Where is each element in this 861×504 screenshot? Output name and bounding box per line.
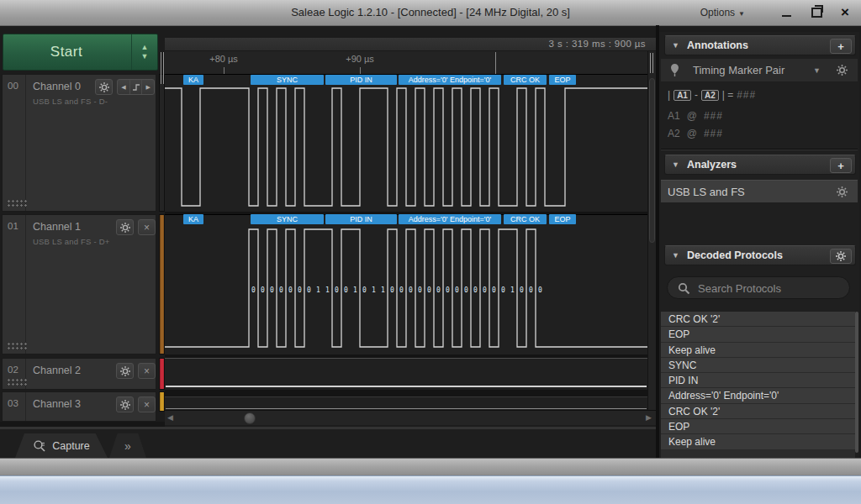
close-icon: × [841,0,849,25]
decoded-protocols-list[interactable]: CRC OK '2'EOPKeep aliveSYNCPID INAddress… [661,312,855,458]
channel-drag-handle[interactable] [7,342,27,350]
ruler-tick-label: +80 µs [209,54,238,64]
formula-text: | [668,89,670,101]
channel-2-panel: 02 Channel 2 × [2,358,156,390]
timing-marker-pair-row[interactable]: Timing Marker Pair ▼ [661,59,858,82]
analyzers-section-header[interactable]: ▼ Analyzers + [664,155,856,175]
marker-a2-button[interactable]: A2 [701,90,719,101]
add-analyzer-button[interactable]: + [830,158,852,173]
channel-0-panel: 00 Channel 0 USB LS and FS - D- ◀ ▶ [2,74,156,212]
close-button[interactable]: × [831,0,859,25]
taskbar: PL ▲ 09:57 [0,475,861,504]
protocol-search-box[interactable] [667,276,850,299]
annotations-section-header[interactable]: ▼ Annotations + [664,35,856,55]
bit-value: 0 [482,286,489,295]
channel-trigger-group[interactable]: ◀ ▶ [117,79,155,95]
start-capture-button[interactable]: Start ▲ ▼ [3,34,158,71]
tab-bar: Capture » [0,427,656,458]
title-bar[interactable]: Saleae Logic 1.2.10 - [Connected] - [24 … [0,0,861,26]
channel-settings-button[interactable] [95,79,113,95]
decoded-protocol-row[interactable]: SYNC [661,358,855,373]
protocol-bubbles-channel-1: KASYNCPID INAddress='0' Endpoint='0'CRC … [165,214,647,224]
waveform-channel-2-flat [166,386,647,387]
horizontal-scrollbar-thumb[interactable] [244,412,256,424]
desktop: Saleae Logic 1.2.10 - [Connected] - [24 … [0,0,861,504]
options-menu[interactable]: Options▼ [700,0,745,25]
plus-icon: + [837,160,844,171]
scroll-left-icon[interactable]: ◀ [167,413,173,422]
formula-text: - [695,89,698,101]
trigger-edge-icon [132,83,140,92]
bit-value: 0 [417,286,424,295]
marker-a1-button[interactable]: A1 [673,90,691,101]
bit-value: 0 [389,286,396,295]
bit-value: 0 [334,286,341,295]
gear-icon[interactable] [837,186,848,197]
decoded-protocol-row[interactable]: EOP [661,419,855,434]
channel-remove-button[interactable]: × [138,219,156,235]
lane-divider [165,390,647,396]
channel-2-color-strip [159,358,165,390]
collapse-icon: ▼ [672,41,679,50]
gear-icon [120,366,130,376]
waveform-channel-0 [165,84,647,210]
scroll-right-icon[interactable]: ▶ [646,413,652,422]
channel-drag-handle[interactable] [7,378,27,386]
decoded-protocols-section-header[interactable]: ▼ Decoded Protocols [664,245,856,265]
bit-value: 0 [436,286,442,295]
channel-name: Channel 1 [33,221,81,233]
arrow-right-icon: ▶ [145,84,150,91]
horizontal-scrollbar[interactable]: ◀ ▶ [165,410,656,425]
bit-value: 0 [528,286,535,295]
add-annotation-button[interactable]: + [830,39,852,54]
pane-splitter-handle[interactable] [159,52,165,84]
decoded-protocols-settings-button[interactable] [830,249,852,264]
decoded-protocol-row[interactable]: EOP [661,327,855,342]
trigger-prev-button[interactable]: ◀ [118,80,130,94]
vertical-scrollbar[interactable] [647,51,656,410]
list-scrollbar-thumb[interactable] [855,312,858,453]
restore-button[interactable] [802,0,831,25]
trigger-next-button[interactable]: ▶ [142,80,154,94]
analyzer-item-usb-ls-fs[interactable]: USB LS and FS [661,180,858,203]
ruler-tick [360,67,361,74]
chevron-down-icon: ▼ [738,10,745,18]
channel-settings-button[interactable] [116,219,134,235]
bit-value: 0 [269,286,276,295]
decoded-protocol-row[interactable]: Address='0' Endpoint='0' [661,388,855,403]
vertical-scrollbar-thumb[interactable] [649,78,655,243]
bit-value: 0 [297,286,304,295]
channel-remove-button[interactable]: × [138,363,156,379]
decoded-protocol-row[interactable]: CRC OK '2' [661,312,855,327]
spinner-down-icon[interactable]: ▼ [141,53,149,60]
channel-drag-handle[interactable] [7,199,27,207]
pane-splitter-handle[interactable] [648,53,654,73]
decoded-protocol-row[interactable]: CRC OK '2' [661,404,855,419]
channel-name: Channel 0 [33,81,81,92]
divider [661,149,858,150]
spinner-up-icon[interactable]: ▲ [141,44,149,51]
search-input[interactable] [696,280,843,297]
channel-remove-button[interactable]: × [138,396,156,412]
tab-more-button[interactable]: » [109,433,146,458]
protocol-bubble: EOP [549,214,576,224]
channel-number: 03 [8,398,18,408]
bit-value: 1 [510,286,516,295]
close-icon: × [144,366,150,376]
decoded-protocol-row[interactable]: PID IN [661,373,855,388]
timeline-header: 3 s : 319 ms : 900 µs [165,38,656,51]
capture-options-spinner[interactable]: ▲ ▼ [132,34,157,70]
timeline-ruler[interactable]: +80 µs+90 µs [165,51,656,74]
divider [25,392,26,421]
marker-value: ### [704,110,723,122]
channel-settings-button[interactable] [116,363,134,379]
marker-pin-icon [669,63,680,77]
channel-1-color-strip [159,214,165,354]
trigger-edge-button[interactable] [130,80,143,94]
decoded-protocol-row[interactable]: Keep alive [661,434,855,449]
gear-icon[interactable] [837,65,848,76]
decoded-protocol-row[interactable]: Keep alive [661,343,855,358]
minimize-button[interactable] [772,0,800,25]
tab-capture[interactable]: Capture [15,433,108,458]
channel-settings-button[interactable] [116,396,134,412]
